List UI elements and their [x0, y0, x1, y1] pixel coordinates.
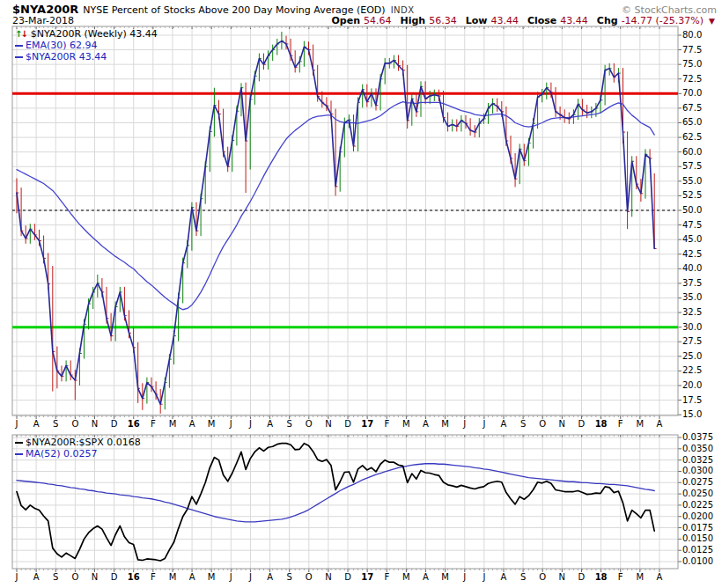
legend-label: $NYA200R 43.44	[26, 51, 107, 62]
x-axis-month-label: O	[534, 572, 550, 583]
low-label: Low	[466, 15, 488, 26]
panel-border	[12, 26, 678, 415]
exchange-label: INDX	[391, 5, 415, 15]
open-label: Open	[331, 15, 360, 26]
x-axis-month-label: A	[418, 419, 434, 430]
x-axis-month-label: O	[67, 419, 83, 430]
legend-item-price: ↑↓ $NYA200R (Weekly) 43.44	[15, 28, 158, 40]
legend-item-ma52: MA(52) 0.0257	[15, 448, 141, 459]
x-axis-month-label: 17	[359, 572, 375, 583]
chart-header: $NYA200R NYSE Percent of Stocks Above 20…	[12, 3, 717, 16]
legend-item-ratio: $NYA200R:$SPX 0.0168	[15, 437, 141, 448]
chg-value: -14.77 (-25.37%)	[622, 15, 704, 26]
x-axis-month-label: S	[515, 419, 531, 430]
x-axis-month-label: A	[418, 572, 434, 583]
main-y-axis-label: 65.0	[682, 117, 702, 127]
main-y-axis-label: 72.5	[682, 74, 702, 84]
line-sample-icon	[15, 442, 23, 444]
ohlc-readout: Open 54.64 High 56.34 Low 43.44 Close 43…	[326, 15, 715, 26]
x-axis-month-label: A	[496, 572, 512, 583]
x-axis-month-label: A	[652, 572, 667, 583]
x-axis-month-label: J	[242, 572, 258, 583]
lower-y-axis-label: 0.0275	[682, 477, 713, 487]
x-axis-month-label: S	[515, 572, 531, 583]
chart-canvas	[0, 0, 722, 588]
lower-y-axis-label: 0.0375	[682, 432, 713, 442]
close-line	[17, 41, 654, 405]
x-axis-month-label: M	[632, 419, 648, 430]
lower-y-axis-label: 0.0175	[682, 523, 713, 533]
lower-panel-legend: $NYA200R:$SPX 0.0168 MA(52) 0.0257	[15, 437, 141, 459]
lower-y-axis-label: 0.0125	[682, 545, 713, 555]
legend-label: MA(52) 0.0257	[26, 448, 98, 459]
x-axis-month-label: M	[398, 572, 414, 583]
line-sample-icon	[15, 453, 23, 455]
x-axis-month-label: O	[534, 419, 550, 430]
lower-y-axis-label: 0.0150	[682, 533, 713, 543]
x-axis-month-label: A	[28, 572, 44, 583]
legend-label: EMA(30) 62.94	[26, 40, 98, 51]
x-axis-month-label: M	[438, 572, 453, 583]
x-axis-month-label: J	[476, 572, 492, 583]
close-label: Close	[527, 15, 556, 26]
chg-down-arrow-icon: ▼	[709, 17, 715, 26]
x-axis-month-label: J	[457, 419, 473, 430]
main-y-axis-label: 30.0	[682, 322, 702, 332]
x-axis-month-label: F	[145, 572, 161, 583]
main-y-axis-label: 32.5	[682, 307, 702, 317]
x-axis-month-label: O	[301, 419, 317, 430]
x-axis-month-label: J	[223, 419, 239, 430]
x-axis-month-label: A	[184, 572, 200, 583]
x-axis-month-label: D	[340, 419, 356, 430]
ma52-line	[17, 464, 654, 522]
x-axis-month-label: M	[165, 419, 180, 430]
x-axis-month-label: 17	[359, 419, 375, 430]
main-y-axis-label: 17.5	[682, 395, 702, 405]
main-y-axis-label: 37.5	[682, 278, 702, 288]
main-y-axis-label: 15.0	[682, 409, 702, 419]
x-axis-month-label: M	[438, 419, 453, 430]
main-y-axis-label: 62.5	[682, 132, 702, 142]
x-axis-month-label: N	[86, 419, 102, 430]
x-axis-month-label: J	[9, 572, 25, 583]
x-axis-month-label: F	[613, 572, 629, 583]
x-axis-month-label: S	[48, 572, 63, 583]
main-y-axis-label: 80.0	[682, 30, 702, 40]
x-axis-month-label: O	[301, 572, 317, 583]
x-axis-month-label: A	[262, 572, 278, 583]
open-value: 54.64	[364, 15, 392, 26]
x-axis-month-label: F	[145, 419, 161, 430]
x-axis-month-label: 16	[126, 419, 142, 430]
lower-y-axis-label: 0.0250	[682, 489, 713, 498]
quote-row: 23-Mar-2018 Open 54.64 High 56.34 Low 43…	[12, 15, 715, 26]
main-y-axis-label: 77.5	[682, 45, 702, 55]
main-y-axis-label: 50.0	[682, 205, 702, 215]
x-axis-month-label: N	[554, 419, 570, 430]
x-axis-month-label: N	[86, 572, 102, 583]
x-axis-month-label: N	[320, 419, 336, 430]
x-axis-month-label: F	[613, 419, 629, 430]
main-y-axis-label: 40.0	[682, 263, 702, 273]
main-y-axis-label: 27.5	[682, 336, 702, 346]
x-axis-month-label: D	[340, 572, 356, 583]
lower-y-axis-label: 0.0225	[682, 500, 713, 510]
x-axis-month-label: A	[496, 419, 512, 430]
main-y-axis-label: 67.5	[682, 103, 702, 113]
main-y-axis-label: 52.5	[682, 190, 702, 200]
x-axis-month-label: M	[165, 572, 180, 583]
x-axis-month-label: 18	[593, 572, 609, 583]
x-axis-month-label: N	[554, 572, 570, 583]
x-axis-month-label: S	[282, 572, 298, 583]
x-axis-month-label: M	[398, 419, 414, 430]
main-y-axis-label: 25.0	[682, 351, 702, 361]
ratio-line	[17, 444, 654, 561]
main-y-axis-label: 42.5	[682, 249, 702, 259]
legend-label: $NYA200R (Weekly) 43.44	[31, 28, 158, 40]
lower-y-axis-label: 0.0200	[682, 511, 713, 521]
lower-y-axis-label: 0.0325	[682, 455, 713, 465]
x-axis-month-label: D	[107, 572, 122, 583]
x-axis-month-label: D	[107, 419, 122, 430]
lower-y-axis-label: 0.0350	[682, 444, 713, 453]
lower-y-axis-label: 0.0300	[682, 466, 713, 475]
x-axis-month-label: S	[48, 419, 63, 430]
